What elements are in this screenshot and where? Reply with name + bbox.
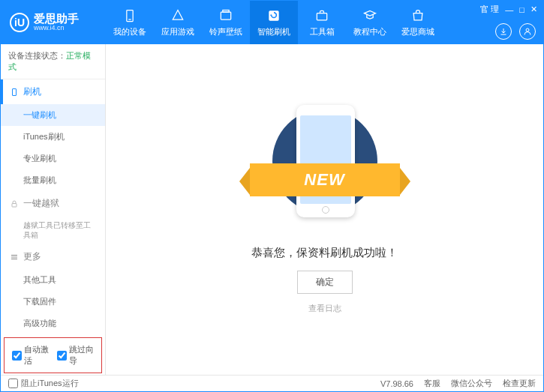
apps-icon [170,8,185,23]
phone-icon [10,88,19,97]
nav-tutorial[interactable]: 教程中心 [346,1,394,44]
content-area: NEW 恭喜您，保资料刷机成功啦！ 确定 查看日志 [106,44,543,375]
connection-status: 设备连接状态：正常模式 [1,44,105,79]
svg-rect-6 [317,13,326,19]
nav-my-device[interactable]: 我的设备 [106,1,154,44]
skip-guide-input[interactable] [57,351,67,361]
section-title: 一键越狱 [23,197,59,210]
window-controls: 官 理 — □ ✕ [480,4,537,15]
status-label: 设备连接状态： [8,51,66,60]
section-title: 刷机 [23,85,41,98]
logo-area: iU 爱思助手 www.i4.cn [1,13,106,32]
logo-badge-icon: iU [10,13,29,32]
footer-link-wechat[interactable]: 微信公众号 [451,378,492,389]
ok-button[interactable]: 确定 [297,271,353,294]
ribbon-text: NEW [304,170,344,190]
section-title: 更多 [23,250,41,263]
sidebar-item-other-tools[interactable]: 其他工具 [1,269,105,291]
app-title: 爱思助手 [34,13,79,25]
nav-apps[interactable]: 应用游戏 [154,1,202,44]
vip-label: 官 理 [480,4,499,15]
section-jailbreak[interactable]: 一键越狱 [1,191,105,216]
nav-label: 工具箱 [310,26,335,37]
auto-activate-checkbox[interactable]: 自动激活 [12,344,50,367]
nav-label: 爱思商城 [401,26,434,37]
block-itunes-checkbox[interactable]: 阻止iTunes运行 [8,378,79,389]
app-subtitle: www.i4.cn [34,25,79,32]
options-row: 自动激活 跳过向导 [4,337,102,373]
jailbreak-note: 越狱工具已转移至工具箱 [1,216,105,244]
user-icon [523,27,532,36]
checkbox-label: 自动激活 [24,344,50,367]
svg-rect-8 [13,88,17,95]
tutorial-icon [362,8,377,23]
flash-icon [266,8,281,23]
shop-icon [410,8,425,23]
sidebar-item-download-firmware[interactable]: 下载固件 [1,291,105,313]
version-label: V7.98.66 [380,379,413,388]
lock-icon [10,199,19,208]
auto-activate-input[interactable] [12,351,22,361]
footer: 阻止iTunes运行 V7.98.66 客服 微信公众号 检查更新 [1,375,543,391]
block-itunes-input[interactable] [8,379,18,388]
footer-link-update[interactable]: 检查更新 [503,378,536,389]
nav-media[interactable]: 铃声壁纸 [202,1,250,44]
svg-rect-9 [12,203,17,207]
nav-toolbox[interactable]: 工具箱 [298,1,346,44]
sidebar-item-pro-flash[interactable]: 专业刷机 [1,148,105,169]
nav-label: 应用游戏 [161,26,194,37]
more-icon [10,253,19,262]
close-icon[interactable]: ✕ [530,4,537,14]
nav-shop[interactable]: 爱思商城 [394,1,442,44]
user-button[interactable] [519,23,536,40]
maximize-icon[interactable]: □ [519,5,524,14]
device-icon [122,8,137,23]
block-itunes-label: 阻止iTunes运行 [21,378,79,389]
media-icon [218,8,233,23]
sidebar-item-advanced[interactable]: 高级功能 [1,313,105,334]
view-log-link[interactable]: 查看日志 [308,303,341,314]
minimize-icon[interactable]: — [505,5,513,14]
header: iU 爱思助手 www.i4.cn 我的设备 应用游戏 铃声壁纸 智能刷机 工具… [1,1,543,44]
nav-label: 教程中心 [353,26,386,37]
skip-guide-checkbox[interactable]: 跳过向导 [57,344,95,367]
nav-label: 我的设备 [113,26,146,37]
sidebar-item-itunes-flash[interactable]: iTunes刷机 [1,126,105,148]
download-button[interactable] [495,23,512,40]
toolbox-icon [314,8,329,23]
section-flash[interactable]: 刷机 [1,79,105,104]
svg-rect-2 [221,12,230,19]
svg-point-7 [526,28,529,31]
sidebar: 设备连接状态：正常模式 刷机 一键刷机 iTunes刷机 专业刷机 批量刷机 一… [1,44,106,375]
nav-label: 智能刷机 [257,26,290,37]
nav-flash[interactable]: 智能刷机 [250,1,298,44]
svg-rect-3 [223,10,229,12]
download-icon [499,27,508,36]
sidebar-item-oneclick-flash[interactable]: 一键刷机 [1,104,105,126]
main-nav: 我的设备 应用游戏 铃声壁纸 智能刷机 工具箱 教程中心 爱思商城 [106,1,442,44]
sidebar-item-batch-flash[interactable]: 批量刷机 [1,169,105,191]
checkbox-label: 跳过向导 [69,344,95,367]
footer-link-support[interactable]: 客服 [424,378,440,389]
nav-label: 铃声壁纸 [209,26,242,37]
success-message: 恭喜您，保资料刷机成功啦！ [251,246,398,260]
success-illustration: NEW [242,105,407,232]
section-more[interactable]: 更多 [1,244,105,269]
